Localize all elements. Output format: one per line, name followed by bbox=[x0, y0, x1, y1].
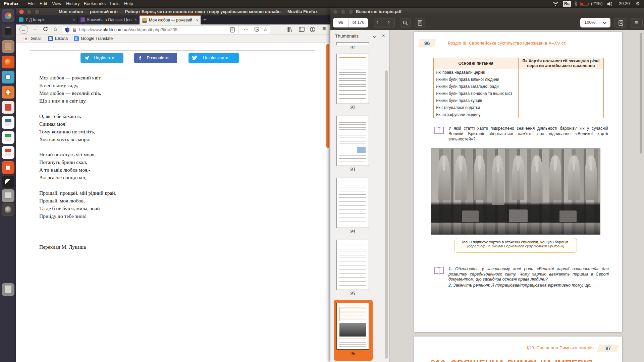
bookmark-google-translate[interactable]: Google Translate bbox=[81, 36, 113, 41]
sidebar-toggle-icon[interactable] bbox=[299, 27, 305, 32]
minimize-button[interactable] bbox=[341, 9, 345, 14]
battery-icon[interactable] bbox=[580, 2, 589, 6]
tab-close-icon[interactable]: × bbox=[72, 17, 75, 22]
dock-camera-icon[interactable] bbox=[2, 71, 14, 83]
close-button[interactable] bbox=[333, 9, 338, 14]
poem-line: Потануть брили скал, bbox=[39, 159, 87, 165]
dock-calc-icon[interactable] bbox=[2, 131, 14, 144]
forward-button[interactable]: → bbox=[32, 26, 38, 32]
lock-icon bbox=[72, 27, 76, 33]
tab-kalimba[interactable]: Калимба в Одессе. Цен × bbox=[78, 15, 139, 24]
thumbnail-page-93[interactable] bbox=[336, 116, 369, 166]
new-tab-button[interactable]: + bbox=[203, 16, 207, 23]
pocket-icon[interactable] bbox=[254, 27, 259, 32]
tab-close-icon[interactable]: × bbox=[134, 17, 137, 22]
url-text[interactable]: https://www.ukrlib.com.ua/world/printit.… bbox=[79, 27, 177, 32]
minimize-button[interactable] bbox=[27, 9, 32, 14]
maximize-button[interactable] bbox=[35, 9, 39, 14]
dock-trash-icon[interactable] bbox=[2, 283, 14, 296]
thumbnail-page-95[interactable] bbox=[336, 240, 369, 290]
menu-history[interactable]: History bbox=[66, 1, 79, 6]
menu-help[interactable]: Help bbox=[124, 1, 133, 6]
page-number-input[interactable]: 96 of 176 bbox=[333, 18, 368, 27]
firefox-scrollbar-thumb[interactable] bbox=[326, 44, 329, 148]
bookmark-star-icon[interactable]: ☆ bbox=[263, 26, 268, 33]
reload-button[interactable] bbox=[43, 26, 48, 32]
maximize-button[interactable] bbox=[348, 9, 353, 14]
close-button[interactable] bbox=[19, 9, 24, 14]
page-thumbnail-view-button[interactable] bbox=[614, 18, 627, 27]
chevron-down-icon[interactable] bbox=[373, 36, 377, 38]
thumbnail-page-96-selected[interactable]: 96 bbox=[334, 300, 373, 361]
keyboard-layout-indicator[interactable]: Ru bbox=[563, 1, 571, 7]
poem-line: В весіньому саду, bbox=[39, 82, 78, 88]
pdf-scrollbar-thumb[interactable] bbox=[640, 33, 642, 154]
dock-file-cabinet-icon[interactable] bbox=[2, 40, 14, 53]
dock-terminal-icon[interactable] bbox=[2, 25, 14, 38]
clock-label[interactable]: 20:20 bbox=[619, 1, 630, 6]
pdf-titlebar[interactable]: Всесвітня історія.pdf bbox=[330, 8, 644, 15]
dock-archive-icon[interactable] bbox=[2, 189, 14, 202]
dock-writer-icon[interactable] bbox=[2, 116, 14, 129]
dock-gimp-icon[interactable] bbox=[2, 203, 14, 216]
share-button-label: Цвірінькнути bbox=[203, 55, 228, 60]
dock-installer-icon[interactable] bbox=[2, 86, 14, 99]
window-title: Моя любов — рожевий квіт — Роберт Бернс,… bbox=[59, 9, 328, 14]
next-page-button[interactable]: › bbox=[388, 19, 390, 25]
menu-bookmarks[interactable]: Bookmarks bbox=[84, 1, 106, 6]
poem-line: Аж згасне сонця пал, bbox=[39, 175, 86, 181]
volume-icon[interactable] bbox=[607, 2, 613, 6]
thumbnail-page-91-sliver[interactable] bbox=[336, 42, 369, 45]
bookmark-school[interactable]: Школа bbox=[55, 36, 68, 41]
tab-history-class[interactable]: 7-Д Історія × bbox=[16, 15, 77, 24]
share-facebook-button[interactable]: f Розповісти bbox=[134, 53, 177, 63]
tab-close-icon[interactable]: × bbox=[196, 18, 199, 23]
bookmark-gmail[interactable]: Gmail bbox=[31, 36, 42, 41]
app-menu-firefox[interactable]: Firefox bbox=[4, 1, 18, 6]
wifi-icon[interactable] bbox=[553, 2, 558, 6]
menu-tools[interactable]: Tools bbox=[109, 1, 119, 6]
home-button[interactable]: ⌂ bbox=[54, 26, 57, 32]
reader-mode-icon[interactable] bbox=[230, 27, 235, 33]
dock-firefox-icon[interactable] bbox=[2, 56, 14, 68]
tab-bar: 7-Д Історія × Калимба в Одессе. Цен × Мо… bbox=[16, 15, 330, 24]
open-book-icon bbox=[434, 126, 444, 135]
menu-edit[interactable]: Edit bbox=[40, 1, 47, 6]
firefox-titlebar[interactable]: Моя любов — рожевий квіт — Роберт Бернс,… bbox=[16, 8, 330, 15]
share-twitter-button[interactable]: Цвірінькнути bbox=[189, 53, 239, 63]
thumbnails-scrollbar-thumb[interactable] bbox=[385, 70, 388, 359]
poem-line: Моя любов — веселий спів, bbox=[39, 90, 101, 96]
pdf-menu-button[interactable]: ≡ bbox=[630, 18, 643, 27]
charter-table: Основні питання Як Хартія вольностей зах… bbox=[433, 58, 604, 118]
dock-media-icon[interactable] bbox=[2, 101, 14, 114]
thumbnails-header[interactable]: Thumbnails bbox=[335, 34, 359, 39]
dock-impress-icon[interactable] bbox=[2, 146, 14, 159]
thumbnail-label: 92 bbox=[330, 105, 375, 110]
account-icon[interactable] bbox=[310, 27, 315, 32]
annotations-button[interactable] bbox=[415, 18, 425, 27]
bluetooth-icon[interactable] bbox=[574, 1, 577, 6]
dock-dash-icon[interactable] bbox=[2, 9, 14, 22]
search-button[interactable] bbox=[400, 18, 411, 27]
back-button[interactable]: ← bbox=[19, 25, 28, 34]
page-number-value[interactable]: 96 bbox=[333, 20, 348, 25]
poem-line: Та де б не був я, мила, знай — bbox=[39, 205, 106, 212]
library-icon[interactable] bbox=[286, 27, 292, 32]
page-actions-icon[interactable]: ⋯ bbox=[244, 26, 249, 33]
dock-graphics-icon[interactable] bbox=[2, 176, 14, 188]
previous-page-button[interactable]: ‹ bbox=[376, 19, 378, 25]
url-bar[interactable]: https://www.ukrlib.com.ua/world/printit.… bbox=[62, 25, 270, 34]
hamburger-menu-icon[interactable]: ≡ bbox=[322, 25, 326, 32]
session-gear-icon[interactable]: ⚙ bbox=[636, 1, 640, 7]
poem-translator: Переклад М. Лукаша bbox=[39, 244, 86, 250]
panel-close-icon[interactable]: × bbox=[382, 33, 385, 38]
share-telegram-button[interactable]: Надіслати bbox=[80, 53, 123, 63]
thumbnail-page-94[interactable] bbox=[336, 178, 369, 228]
tab-poem-active[interactable]: Моя любов — рожевий × bbox=[140, 15, 201, 24]
menu-view[interactable]: View bbox=[52, 1, 61, 6]
menu-file[interactable]: File bbox=[28, 1, 35, 6]
dock-software-center-icon[interactable] bbox=[2, 161, 14, 174]
thumbnail-page-92[interactable] bbox=[336, 54, 369, 104]
zoom-select[interactable]: 100% bbox=[580, 18, 610, 27]
tracking-shield-icon[interactable] bbox=[65, 27, 70, 33]
